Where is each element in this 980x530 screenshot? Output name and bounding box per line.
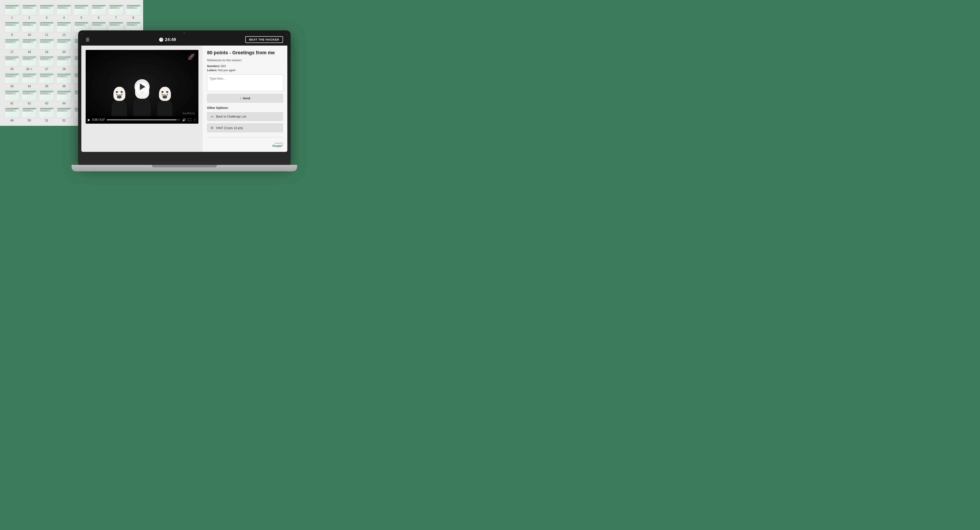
slide-item-43[interactable]: 43	[39, 90, 54, 105]
time-display: 0:35 / 0:37	[92, 118, 105, 121]
slide-thumb-41	[4, 90, 19, 101]
slide-num-44: 44	[62, 102, 66, 105]
play-button[interactable]	[134, 79, 150, 94]
slide-num-41: 41	[10, 102, 14, 105]
mission-refs-label: References for this mission:	[207, 59, 283, 62]
hamburger-icon[interactable]: ☰	[86, 37, 89, 42]
divider	[207, 137, 283, 137]
mask-figure-right	[157, 87, 172, 119]
laptop-body: ☰ 🕐 24:49 BEAT THE HACKER	[78, 30, 291, 165]
slide-num-33: 33	[10, 84, 14, 88]
star-icon-26: ★	[30, 67, 33, 70]
slide-item-36[interactable]: 36	[56, 73, 72, 88]
video-player[interactable]: 🚀 NARNIA ▶	[86, 50, 199, 124]
slide-thumb-49	[4, 107, 19, 118]
slide-num-42: 42	[27, 102, 31, 105]
slide-item-8[interactable]: 8	[126, 4, 141, 19]
slide-item-12[interactable]: 12	[56, 21, 72, 37]
slide-item-42[interactable]: 42	[22, 90, 37, 105]
send-button[interactable]: › Send	[207, 94, 283, 103]
beat-hacker-badge: BEAT THE HACKER	[245, 36, 283, 43]
volume-button[interactable]: 🔊	[182, 118, 186, 121]
slide-item-51[interactable]: 51	[39, 107, 54, 122]
slide-item-11[interactable]: 11	[39, 21, 54, 37]
mission-title: 80 points - Greetings from me	[207, 50, 283, 56]
slide-item-52[interactable]: 52	[56, 107, 72, 122]
hint-button[interactable]: ⚙ HINT (Costs 10 pts)	[207, 123, 283, 132]
slide-thumb-11	[39, 21, 54, 32]
slide-item-5[interactable]: 5	[74, 4, 89, 19]
slide-thumb-10	[22, 21, 37, 32]
video-background: 🚀 NARNIA	[86, 50, 199, 124]
slide-item-2[interactable]: 2	[22, 4, 37, 19]
back-to-challenge-button[interactable]: ↤ Back to Challenge List	[207, 112, 283, 121]
slide-item-44[interactable]: 44	[56, 90, 72, 105]
slide-num-26: 26★	[26, 67, 33, 71]
slide-thumb-50	[22, 107, 37, 118]
slide-item-35[interactable]: 35	[39, 73, 54, 88]
slide-item-18[interactable]: 18	[22, 38, 37, 54]
slide-num-34: 34	[27, 84, 31, 88]
mask-figure-left	[112, 87, 127, 119]
right-panel: 80 points - Greetings from me References…	[203, 46, 287, 152]
slide-num-6: 6	[98, 16, 100, 19]
slide-num-5: 5	[80, 16, 82, 19]
other-options-label: Other Options:	[207, 106, 283, 110]
slide-thumb-5	[74, 4, 89, 15]
slide-thumb-34	[22, 73, 37, 84]
slide-item-7[interactable]: 7	[108, 4, 124, 19]
slide-thumb-42	[22, 90, 37, 101]
slide-item-25[interactable]: 25	[4, 56, 19, 71]
ref-numbers-label: Numbers:	[207, 64, 220, 68]
slide-num-20: 20	[62, 50, 66, 54]
progress-bar-fill	[107, 119, 176, 120]
slide-num-28: 28	[62, 67, 66, 71]
slide-thumb-18	[22, 38, 37, 49]
hint-label: HINT (Costs 10 pts)	[216, 126, 243, 130]
slide-item-26[interactable]: 26★	[22, 56, 37, 71]
laptop-base-inner	[152, 165, 217, 167]
slide-thumb-44	[56, 90, 72, 101]
laptop-base	[72, 165, 297, 171]
slide-thumb-36	[56, 73, 72, 84]
slide-item-19[interactable]: 19	[39, 38, 54, 54]
laptop-container: ☰ 🕐 24:49 BEAT THE HACKER	[78, 30, 291, 178]
slide-thumb-19	[39, 38, 54, 49]
hint-icon: ⚙	[211, 126, 213, 130]
slide-item-6[interactable]: 6	[91, 4, 106, 19]
back-arrow-icon: ↤	[211, 115, 213, 119]
play-pause-button[interactable]: ▶	[88, 118, 90, 121]
slide-item-9[interactable]: 9	[4, 21, 19, 37]
slide-item-34[interactable]: 34	[22, 73, 37, 88]
slide-item-27[interactable]: 27	[39, 56, 54, 71]
ref-letters: Letters: Not you again	[207, 68, 283, 72]
slide-item-10[interactable]: 10	[22, 21, 37, 37]
slide-item-49[interactable]: 49	[4, 107, 19, 122]
clock-icon: 🕐	[159, 37, 164, 42]
slide-item-3[interactable]: 3	[39, 4, 54, 19]
slide-item-1[interactable]: 1	[4, 4, 19, 19]
logo-prefix-small: GreenFor	[275, 142, 283, 144]
slide-thumb-35	[39, 73, 54, 84]
slide-item-17[interactable]: 17	[4, 38, 19, 54]
progress-bar[interactable]	[107, 119, 180, 120]
slide-item-33[interactable]: 33	[4, 73, 19, 88]
slide-item-50[interactable]: 50	[22, 107, 37, 122]
slide-num-11: 11	[45, 33, 48, 37]
chevron-right-icon: ›	[240, 97, 241, 100]
slide-num-51: 51	[45, 119, 48, 122]
slide-thumb-26	[22, 56, 37, 67]
slide-item-20[interactable]: 20	[56, 38, 72, 54]
slide-item-28[interactable]: 28	[56, 56, 72, 71]
slide-num-49: 49	[10, 119, 14, 122]
more-options-button[interactable]: ⋮	[193, 118, 196, 121]
mask-head-right	[159, 87, 171, 101]
slide-thumb-51	[39, 107, 54, 118]
answer-input[interactable]	[207, 75, 283, 91]
slide-item-4[interactable]: 4	[56, 4, 72, 19]
ref-letters-label: Letters:	[207, 68, 218, 72]
slide-num-36: 36	[62, 84, 66, 88]
fullscreen-button[interactable]: ⛶	[188, 118, 191, 121]
slide-thumb-7	[108, 4, 124, 15]
slide-item-41[interactable]: 41	[4, 90, 19, 105]
